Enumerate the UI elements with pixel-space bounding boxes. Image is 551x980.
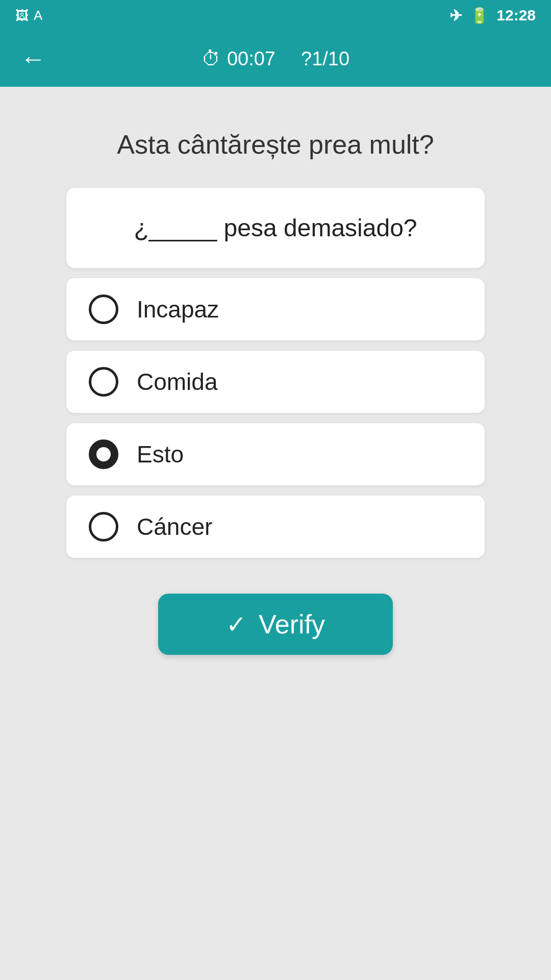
radio-d — [89, 512, 118, 542]
radio-b — [89, 367, 118, 397]
answer-option-b[interactable]: Comida — [66, 351, 485, 413]
question-text: Asta cântărește prea mult? — [117, 128, 434, 162]
answer-label-c: Esto — [137, 440, 184, 468]
timer-value: 00:07 — [227, 48, 276, 70]
checkmark-icon: ✓ — [226, 610, 246, 639]
timer-icon: ⏱ — [202, 48, 221, 70]
answer-label-d: Cáncer — [137, 513, 212, 541]
timer-display: ⏱ 00:07 — [202, 48, 276, 70]
answer-label-a: Incapaz — [137, 296, 219, 323]
verify-button[interactable]: ✓ Verify — [158, 594, 393, 655]
question-counter: ?1/10 — [301, 48, 349, 70]
battery-icon: 🔋 — [470, 7, 489, 24]
nav-center: ⏱ 00:07 ?1/10 — [202, 48, 349, 70]
status-bar-left: 🖼 A — [15, 8, 42, 23]
main-content: Asta cântărește prea mult? ¿_____ pesa d… — [0, 87, 551, 685]
status-bar: 🖼 A ✈ 🔋 12:28 — [0, 0, 551, 31]
status-bar-right: ✈ 🔋 12:28 — [449, 7, 536, 24]
answer-label-b: Comida — [137, 368, 218, 396]
answer-option-d[interactable]: Cáncer — [66, 496, 485, 558]
font-icon: A — [34, 8, 42, 23]
question-card: ¿_____ pesa demasiado? — [66, 188, 485, 268]
verify-label: Verify — [259, 609, 325, 640]
answer-option-c[interactable]: Esto — [66, 423, 485, 485]
photo-icon: 🖼 — [15, 8, 29, 23]
nav-bar: ← ⏱ 00:07 ?1/10 — [0, 31, 551, 87]
back-button[interactable]: ← — [20, 46, 46, 71]
airplane-icon: ✈ — [449, 7, 462, 24]
radio-a — [89, 295, 118, 324]
radio-c — [89, 439, 118, 469]
clock-time: 12:28 — [496, 7, 536, 24]
radio-inner-c — [96, 447, 111, 461]
answer-option-a[interactable]: Incapaz — [66, 278, 485, 340]
